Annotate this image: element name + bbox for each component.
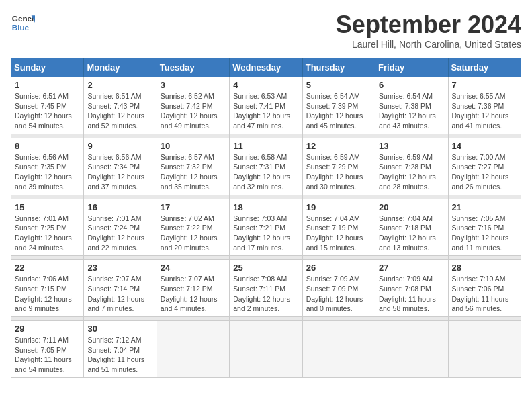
- calendar-cell: [375, 321, 448, 378]
- day-number: 27: [379, 263, 444, 273]
- day-number: 12: [306, 141, 371, 151]
- day-number: 18: [233, 202, 298, 212]
- day-number: 22: [15, 263, 80, 273]
- svg-text:Blue: Blue: [12, 23, 30, 32]
- day-number: 2: [87, 80, 152, 90]
- calendar-cell: 23Sunrise: 7:07 AMSunset: 7:14 PMDayligh…: [84, 260, 157, 317]
- day-number: 7: [452, 80, 517, 90]
- svg-text:General: General: [12, 14, 35, 23]
- calendar-cell: 11Sunrise: 6:58 AMSunset: 7:31 PMDayligh…: [230, 138, 302, 195]
- day-info: Sunrise: 7:04 AMSunset: 7:19 PMDaylight:…: [306, 214, 371, 253]
- day-info: Sunrise: 7:11 AMSunset: 7:05 PMDaylight:…: [15, 335, 80, 375]
- calendar-cell: 3Sunrise: 6:52 AMSunset: 7:42 PMDaylight…: [157, 77, 229, 134]
- day-number: 17: [161, 202, 226, 212]
- day-info: Sunrise: 6:59 AMSunset: 7:28 PMDaylight:…: [379, 152, 444, 192]
- day-info: Sunrise: 6:56 AMSunset: 7:34 PMDaylight:…: [87, 152, 152, 192]
- day-info: Sunrise: 7:06 AMSunset: 7:15 PMDaylight:…: [15, 274, 80, 314]
- calendar-cell: 21Sunrise: 7:05 AMSunset: 7:16 PMDayligh…: [448, 199, 521, 256]
- calendar-cell: 1Sunrise: 6:51 AMSunset: 7:45 PMDaylight…: [11, 77, 84, 134]
- calendar-cell: 14Sunrise: 7:00 AMSunset: 7:27 PMDayligh…: [448, 138, 521, 195]
- day-info: Sunrise: 6:51 AMSunset: 7:45 PMDaylight:…: [15, 91, 80, 131]
- day-info: Sunrise: 6:51 AMSunset: 7:43 PMDaylight:…: [87, 91, 152, 131]
- day-number: 28: [452, 263, 517, 273]
- day-info: Sunrise: 7:03 AMSunset: 7:21 PMDaylight:…: [233, 214, 298, 253]
- calendar-cell: 2Sunrise: 6:51 AMSunset: 7:43 PMDaylight…: [84, 77, 157, 134]
- day-number: 30: [87, 324, 152, 334]
- calendar-cell: 5Sunrise: 6:54 AMSunset: 7:39 PMDaylight…: [302, 77, 375, 134]
- day-number: 13: [379, 141, 444, 151]
- day-info: Sunrise: 6:56 AMSunset: 7:35 PMDaylight:…: [15, 152, 80, 192]
- day-number: 20: [379, 202, 444, 212]
- month-title: September 2024: [336, 11, 521, 39]
- day-info: Sunrise: 6:59 AMSunset: 7:29 PMDaylight:…: [306, 152, 371, 192]
- calendar-cell: 27Sunrise: 7:09 AMSunset: 7:08 PMDayligh…: [375, 260, 448, 317]
- day-info: Sunrise: 7:00 AMSunset: 7:27 PMDaylight:…: [452, 152, 517, 192]
- day-number: 25: [233, 263, 298, 273]
- calendar-cell: [302, 321, 375, 378]
- day-number: 9: [87, 141, 152, 151]
- day-info: Sunrise: 6:57 AMSunset: 7:32 PMDaylight:…: [161, 152, 226, 192]
- day-number: 15: [15, 202, 80, 212]
- calendar-cell: [157, 321, 229, 378]
- day-number: 8: [15, 141, 80, 151]
- day-number: 10: [161, 141, 226, 151]
- day-info: Sunrise: 7:07 AMSunset: 7:12 PMDaylight:…: [161, 274, 226, 314]
- day-number: 16: [87, 202, 152, 212]
- day-info: Sunrise: 6:53 AMSunset: 7:41 PMDaylight:…: [233, 91, 298, 131]
- day-number: 3: [161, 80, 226, 90]
- day-info: Sunrise: 7:01 AMSunset: 7:25 PMDaylight:…: [15, 214, 80, 253]
- day-info: Sunrise: 6:54 AMSunset: 7:39 PMDaylight:…: [306, 91, 371, 131]
- day-number: 29: [15, 324, 80, 334]
- weekday-header-tuesday: Tuesday: [157, 58, 229, 77]
- weekday-header-thursday: Thursday: [302, 58, 375, 77]
- calendar-cell: 8Sunrise: 6:56 AMSunset: 7:35 PMDaylight…: [11, 138, 84, 195]
- day-number: 24: [161, 263, 226, 273]
- calendar-cell: 24Sunrise: 7:07 AMSunset: 7:12 PMDayligh…: [157, 260, 229, 317]
- day-number: 6: [379, 80, 444, 90]
- calendar-week-3: 15Sunrise: 7:01 AMSunset: 7:25 PMDayligh…: [11, 199, 521, 256]
- day-info: Sunrise: 7:09 AMSunset: 7:09 PMDaylight:…: [306, 274, 371, 314]
- calendar-cell: 28Sunrise: 7:10 AMSunset: 7:06 PMDayligh…: [448, 260, 521, 317]
- day-info: Sunrise: 6:55 AMSunset: 7:36 PMDaylight:…: [452, 91, 517, 131]
- day-number: 4: [233, 80, 298, 90]
- day-info: Sunrise: 7:07 AMSunset: 7:14 PMDaylight:…: [87, 274, 152, 314]
- day-info: Sunrise: 7:04 AMSunset: 7:18 PMDaylight:…: [379, 214, 444, 253]
- day-info: Sunrise: 7:02 AMSunset: 7:22 PMDaylight:…: [161, 214, 226, 253]
- calendar-cell: 7Sunrise: 6:55 AMSunset: 7:36 PMDaylight…: [448, 77, 521, 134]
- calendar-week-5: 29Sunrise: 7:11 AMSunset: 7:05 PMDayligh…: [11, 321, 521, 378]
- page-header: General Blue September 2024 Laurel Hill,…: [11, 11, 521, 50]
- day-info: Sunrise: 7:08 AMSunset: 7:11 PMDaylight:…: [233, 274, 298, 314]
- day-number: 5: [306, 80, 371, 90]
- logo-icon: General Blue: [11, 11, 35, 35]
- calendar-cell: 9Sunrise: 6:56 AMSunset: 7:34 PMDaylight…: [84, 138, 157, 195]
- day-number: 23: [87, 263, 152, 273]
- day-info: Sunrise: 7:05 AMSunset: 7:16 PMDaylight:…: [452, 214, 517, 253]
- weekday-header-friday: Friday: [375, 58, 448, 77]
- weekday-header-sunday: Sunday: [11, 58, 84, 77]
- calendar-cell: 13Sunrise: 6:59 AMSunset: 7:28 PMDayligh…: [375, 138, 448, 195]
- weekday-header-row: SundayMondayTuesdayWednesdayThursdayFrid…: [11, 58, 521, 77]
- calendar-cell: 10Sunrise: 6:57 AMSunset: 7:32 PMDayligh…: [157, 138, 229, 195]
- calendar-table: SundayMondayTuesdayWednesdayThursdayFrid…: [11, 58, 521, 378]
- title-area: September 2024 Laurel Hill, North Caroli…: [336, 11, 521, 50]
- calendar-cell: 30Sunrise: 7:12 AMSunset: 7:04 PMDayligh…: [84, 321, 157, 378]
- weekday-header-wednesday: Wednesday: [230, 58, 302, 77]
- day-info: Sunrise: 6:52 AMSunset: 7:42 PMDaylight:…: [161, 91, 226, 131]
- day-info: Sunrise: 7:09 AMSunset: 7:08 PMDaylight:…: [379, 274, 444, 314]
- calendar-week-4: 22Sunrise: 7:06 AMSunset: 7:15 PMDayligh…: [11, 260, 521, 317]
- calendar-week-2: 8Sunrise: 6:56 AMSunset: 7:35 PMDaylight…: [11, 138, 521, 195]
- location: Laurel Hill, North Carolina, United Stat…: [336, 39, 521, 50]
- logo: General Blue: [11, 11, 35, 35]
- calendar-week-1: 1Sunrise: 6:51 AMSunset: 7:45 PMDaylight…: [11, 77, 521, 134]
- calendar-cell: 20Sunrise: 7:04 AMSunset: 7:18 PMDayligh…: [375, 199, 448, 256]
- calendar-cell: 19Sunrise: 7:04 AMSunset: 7:19 PMDayligh…: [302, 199, 375, 256]
- calendar-cell: [448, 321, 521, 378]
- day-number: 1: [15, 80, 80, 90]
- day-number: 11: [233, 141, 298, 151]
- day-number: 14: [452, 141, 517, 151]
- weekday-header-monday: Monday: [84, 58, 157, 77]
- calendar-cell: 6Sunrise: 6:54 AMSunset: 7:38 PMDaylight…: [375, 77, 448, 134]
- calendar-cell: 26Sunrise: 7:09 AMSunset: 7:09 PMDayligh…: [302, 260, 375, 317]
- day-info: Sunrise: 6:58 AMSunset: 7:31 PMDaylight:…: [233, 152, 298, 192]
- day-info: Sunrise: 7:01 AMSunset: 7:24 PMDaylight:…: [87, 214, 152, 253]
